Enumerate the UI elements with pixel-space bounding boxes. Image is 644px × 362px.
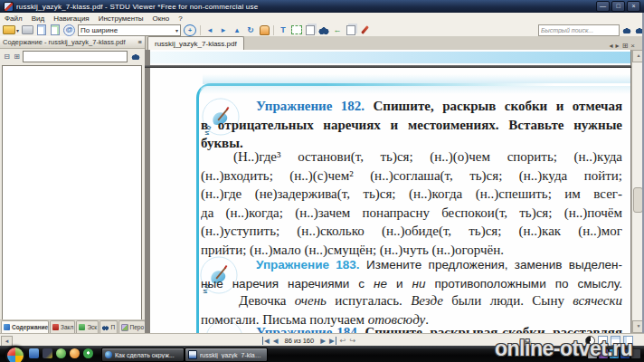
quick-search-prev-button[interactable] [621, 24, 632, 35]
printer-icon [22, 25, 33, 34]
panel-tab-search[interactable]: П [99, 320, 117, 333]
binoculars-icon [131, 52, 140, 61]
menu-item-view[interactable]: Вид [27, 14, 49, 23]
panel-menu-icon[interactable]: ≡ [138, 38, 142, 46]
document-view: ПИСЬМЕННО ПИСЬМЕННО ПИСЬМЕННО [145, 50, 631, 333]
chevron-down-icon: ▾ [175, 27, 178, 33]
search-button[interactable] [318, 24, 329, 35]
panel-tab-bookmarks[interactable]: Закл [50, 320, 75, 333]
tab-document[interactable]: russkij_yazyk_7-klass.pdf [147, 36, 244, 50]
bookmark-icon [52, 324, 59, 330]
last-page-button[interactable]: ▶ [329, 337, 336, 345]
start-button[interactable] [5, 346, 25, 362]
text-select-icon: T [280, 25, 286, 35]
pdf-page: ПИСЬМЕННО ПИСЬМЕННО ПИСЬМЕННО [150, 68, 630, 333]
window-title: russkij_yazyk_7-klass.pdf - STDU Viewer … [16, 3, 596, 11]
panel-tab-contents[interactable]: Содержание [1, 320, 49, 333]
watermark: online-otvet.ru [495, 337, 632, 361]
menu-item-tools[interactable]: Инструменты [94, 14, 148, 23]
thumbnails-icon [79, 324, 85, 330]
exercise-182-body: (Н..)где³ останови(т, ть)ся; (н..)(о)чем… [201, 148, 622, 259]
print-button[interactable] [22, 24, 33, 35]
next-view-button[interactable]: ▸ [218, 24, 229, 35]
export-image-button[interactable] [36, 24, 47, 35]
binoculars-icon [318, 25, 329, 35]
pages-button[interactable] [305, 24, 316, 35]
quick-search-input[interactable] [538, 24, 620, 36]
prev-tab-button[interactable]: ◂ [610, 42, 613, 50]
export-text-button[interactable] [50, 24, 61, 35]
orange-orb-icon[interactable] [70, 348, 80, 358]
toolbar-separator [273, 25, 274, 35]
send-email-button[interactable]: @ [63, 24, 75, 35]
highlighter-button[interactable] [359, 24, 370, 35]
panel-tab-thumbnails[interactable]: Эск [76, 320, 99, 333]
chevron-down-icon: ▾ [16, 27, 19, 33]
arrow-right-icon: ▸ [222, 25, 226, 35]
next-page-button[interactable]: ▶ [320, 337, 326, 345]
close-button[interactable]: × [627, 1, 640, 12]
first-page-button[interactable]: ◀ [262, 337, 270, 345]
contents-search-button[interactable] [129, 51, 142, 63]
go-back-button[interactable]: ← [332, 24, 343, 35]
contents-icon [4, 324, 10, 330]
exercise-184-heading: Упражнение 184. Спишите, раскрывая скобк… [201, 323, 622, 333]
select-text-button[interactable]: T [278, 24, 289, 35]
contents-tree[interactable] [2, 65, 142, 321]
minimize-button[interactable]: — [596, 1, 610, 12]
tray-icon[interactable] [631, 349, 640, 358]
taskbar-button-stdu[interactable]: russkij_yazyk_7-klass.... [185, 348, 268, 362]
quick-launch [29, 348, 93, 358]
expand-all-button[interactable]: ⊞ [13, 51, 21, 63]
stdu-viewer-window: russkij_yazyk_7-klass.pdf - STDU Viewer … [0, 0, 644, 362]
page-indicator[interactable]: 86 из 160 [282, 337, 317, 345]
blue-app-icon[interactable] [29, 348, 39, 358]
exercise-182-heading: Упражнение 182. Спишите, раскрыв скобки … [201, 97, 622, 153]
green-shield-icon[interactable] [83, 348, 93, 358]
main-toolbar: ▾ @ По ширине ▾ + ◂ ▸ ▴ ↻ T ← [0, 24, 644, 37]
close-document-button[interactable]: × [630, 42, 635, 50]
exercise-number: Упражнение 184. [256, 325, 361, 333]
collapse-all-button[interactable]: ⊟ [3, 51, 11, 63]
select-region-button[interactable] [291, 24, 302, 35]
pages-icon [306, 25, 315, 35]
arrow-up-icon: ▴ [235, 25, 240, 35]
sidebar-header-title: Содержание - russkij_yazyk_7-klass.pdf [3, 38, 138, 46]
tab-list-button[interactable]: ⊞ [622, 42, 629, 50]
zoom-mode-select[interactable]: По ширине ▾ [78, 24, 181, 36]
marker-icon [361, 25, 369, 34]
media-player-icon[interactable] [43, 348, 52, 358]
previous-page-bottom [150, 50, 630, 65]
sidebar-panel-tabs: Содержание Закл Эск П Перо [0, 319, 147, 333]
history-back-button[interactable]: ↩ [340, 337, 346, 345]
pen-icon [121, 324, 128, 331]
folder-icon [3, 25, 15, 34]
maximize-button[interactable]: □ [611, 1, 625, 12]
green-orb-icon[interactable] [56, 348, 66, 358]
menu-item-help[interactable]: ? [174, 14, 186, 23]
page-up-button[interactable]: ▴ [232, 24, 242, 35]
arrow-left-green-icon: ← [334, 25, 342, 34]
menu-item-window[interactable]: Окно [148, 14, 175, 23]
copy-button[interactable] [346, 24, 356, 35]
history-forward-button[interactable]: ↪ [349, 337, 355, 345]
menu-item-file[interactable]: Файл [0, 14, 27, 23]
open-button[interactable]: ▾ [3, 24, 19, 35]
toolbar-separator [200, 25, 201, 35]
stdu-app-icon [4, 2, 14, 12]
rotate-button[interactable]: ↻ [245, 24, 256, 35]
hand-tool-button[interactable] [259, 24, 270, 35]
page-icon [51, 24, 60, 35]
previous-view-button[interactable]: ◂ [204, 24, 215, 35]
exercise-183-heading: Упражнение 183. Измените предложения, за… [201, 256, 622, 293]
menu-item-navigation[interactable]: Навигация [49, 14, 94, 23]
next-tab-button[interactable]: ▸ [616, 42, 620, 50]
taskbar-button-browser[interactable]: Как сделать окруж... [101, 348, 185, 362]
exercise-number: Упражнение 182. [256, 99, 365, 113]
previous-page-button[interactable]: ◀ [273, 337, 279, 345]
panel-tab-pen[interactable]: Перо [118, 320, 147, 333]
globe-icon [105, 351, 112, 358]
zoom-in-button[interactable]: + [184, 24, 196, 36]
plus-icon: + [188, 26, 192, 34]
contents-filter-input[interactable] [23, 51, 128, 62]
